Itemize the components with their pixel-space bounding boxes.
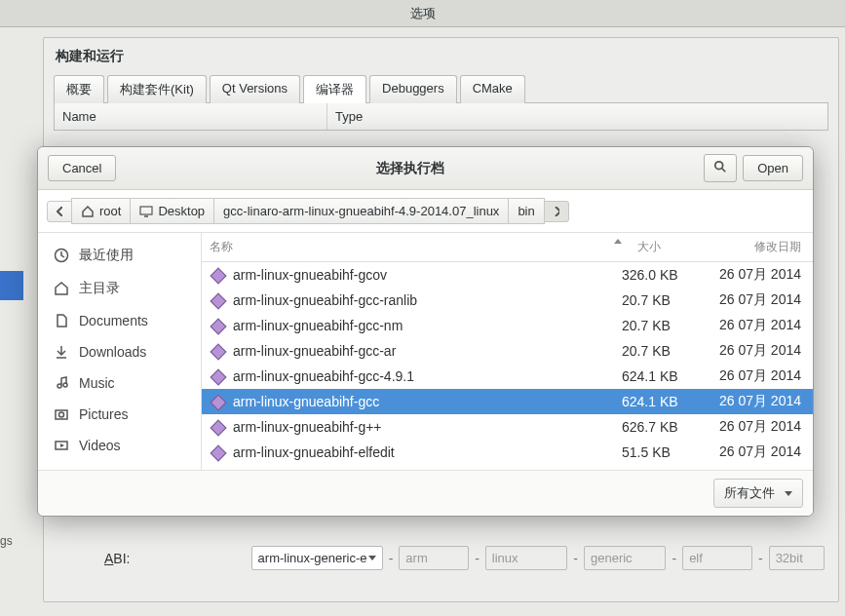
path-bin[interactable]: bin bbox=[508, 198, 544, 224]
file-size: 624.1 KB bbox=[622, 394, 700, 409]
file-date: 26 07月 2014 bbox=[700, 266, 805, 284]
path-forward[interactable] bbox=[544, 201, 569, 222]
chevron-right-icon bbox=[554, 207, 559, 216]
tab--kit-[interactable]: 构建套件(Kit) bbox=[107, 75, 207, 103]
photo-icon bbox=[54, 406, 69, 422]
file-name: arm-linux-gnueabihf-g++ bbox=[233, 419, 622, 435]
sidebar-item-label: Videos bbox=[79, 438, 121, 453]
search-icon bbox=[713, 160, 727, 173]
file-pane: 名称 大小 修改日期 arm-linux-gnueabihf-gcov326.0… bbox=[202, 233, 813, 470]
col-date-header[interactable]: 修改日期 bbox=[708, 233, 813, 261]
cancel-button[interactable]: Cancel bbox=[48, 155, 116, 181]
file-name: arm-linux-gnueabihf-elfedit bbox=[233, 444, 622, 460]
dialog-title: 选择执行档 bbox=[116, 160, 704, 177]
file-row[interactable]: arm-linux-gnueabihf-gcc624.1 KB26 07月 20… bbox=[202, 389, 813, 414]
file-size: 624.1 KB bbox=[622, 368, 700, 384]
sidebar-item-label: 主目录 bbox=[79, 280, 120, 297]
file-row[interactable]: arm-linux-gnueabihf-g++626.7 KB26 07月 20… bbox=[202, 414, 813, 440]
section-title: 构建和运行 bbox=[56, 48, 828, 65]
sidebar-item-clock[interactable]: 最近使用 bbox=[38, 239, 201, 272]
doc-icon bbox=[54, 313, 69, 328]
abi-flavor: generic bbox=[584, 546, 666, 570]
abi-label: ABI: bbox=[104, 551, 246, 566]
sep: - bbox=[389, 551, 394, 566]
home-icon bbox=[54, 281, 69, 296]
file-name: arm-linux-gnueabihf-gcc-ar bbox=[233, 343, 622, 359]
executable-icon bbox=[210, 318, 227, 333]
abi-arch: arm bbox=[399, 546, 469, 570]
video-icon bbox=[54, 438, 69, 453]
file-list[interactable]: arm-linux-gnueabihf-gcov326.0 KB26 07月 2… bbox=[202, 262, 813, 465]
dialog-footer: 所有文件 bbox=[38, 470, 813, 516]
tab-debuggers[interactable]: Debuggers bbox=[369, 75, 457, 103]
sep: - bbox=[672, 551, 676, 566]
file-date: 26 07月 2014 bbox=[700, 367, 805, 385]
file-size: 326.0 KB bbox=[622, 267, 700, 283]
path-back[interactable] bbox=[47, 201, 72, 222]
filetype-filter-combo[interactable]: 所有文件 bbox=[713, 479, 803, 508]
col-name-header[interactable]: 名称 bbox=[202, 233, 630, 261]
path-bar: root Desktop gcc-linaro-arm-linux-gnueab… bbox=[38, 190, 813, 233]
sidebar-item-music[interactable]: Music bbox=[38, 367, 201, 399]
compilers-table-header: Name Type bbox=[54, 102, 828, 131]
file-name: arm-linux-gnueabihf-gcc bbox=[233, 394, 622, 409]
path-desktop[interactable]: Desktop bbox=[130, 198, 214, 224]
file-row[interactable]: arm-linux-gnueabihf-elfedit51.5 KB26 07月… bbox=[202, 440, 813, 465]
file-date: 26 07月 2014 bbox=[700, 317, 805, 334]
sidebar-item-label: Music bbox=[79, 375, 115, 391]
chevron-down-icon bbox=[785, 491, 792, 496]
file-row[interactable]: arm-linux-gnueabihf-gcov326.0 KB26 07月 2… bbox=[202, 262, 813, 288]
executable-icon bbox=[210, 444, 227, 460]
file-size: 51.5 KB bbox=[622, 444, 700, 460]
executable-icon bbox=[210, 267, 227, 283]
file-date: 26 07月 2014 bbox=[700, 342, 805, 360]
options-tabbar: 概要构建套件(Kit)Qt Versions编译器DebuggersCMake bbox=[54, 75, 828, 103]
svg-line-1 bbox=[722, 169, 726, 173]
tab-cmake[interactable]: CMake bbox=[460, 75, 525, 103]
sort-asc-icon bbox=[614, 239, 622, 244]
executable-icon bbox=[210, 394, 227, 409]
file-dialog: Cancel 选择执行档 Open root Desktop gcc-linar… bbox=[37, 146, 814, 517]
sidebar-item-video[interactable]: Videos bbox=[38, 430, 201, 461]
home-icon bbox=[81, 206, 95, 217]
file-date: 26 07月 2014 bbox=[700, 418, 805, 436]
file-row[interactable]: arm-linux-gnueabihf-gcc-ranlib20.7 KB26 … bbox=[202, 288, 813, 313]
abi-combo[interactable]: arm-linux-generic-e bbox=[251, 546, 383, 570]
path-dir[interactable]: gcc-linaro-arm-linux-gnueabihf-4.9-2014.… bbox=[213, 198, 509, 224]
sidebar-item-doc[interactable]: Documents bbox=[38, 305, 201, 336]
file-size: 626.7 KB bbox=[622, 419, 700, 435]
svg-rect-2 bbox=[140, 207, 152, 214]
file-name: arm-linux-gnueabihf-gcc-4.9.1 bbox=[233, 368, 622, 384]
sep: - bbox=[758, 551, 763, 566]
open-button[interactable]: Open bbox=[743, 155, 803, 181]
tab-qt-versions[interactable]: Qt Versions bbox=[210, 75, 300, 103]
sidebar-item-down[interactable]: Downloads bbox=[38, 336, 201, 367]
svg-point-0 bbox=[715, 162, 723, 170]
sidebar-item-label: Documents bbox=[79, 313, 148, 328]
svg-point-5 bbox=[63, 383, 67, 387]
tab--[interactable]: 编译器 bbox=[303, 75, 366, 103]
file-name: arm-linux-gnueabihf-gcc-nm bbox=[233, 318, 622, 333]
file-row[interactable]: arm-linux-gnueabihf-gcc-nm20.7 KB26 07月 … bbox=[202, 313, 813, 338]
sidebar-item-photo[interactable]: Pictures bbox=[38, 399, 201, 430]
col-size-header[interactable]: 大小 bbox=[630, 233, 708, 261]
executable-icon bbox=[210, 419, 227, 435]
file-row[interactable]: arm-linux-gnueabihf-gcc-4.9.1624.1 KB26 … bbox=[202, 364, 813, 389]
col-name[interactable]: Name bbox=[55, 103, 327, 130]
file-size: 20.7 KB bbox=[622, 318, 700, 333]
places-sidebar: 最近使用主目录DocumentsDownloadsMusicPicturesVi… bbox=[38, 233, 202, 470]
svg-point-7 bbox=[59, 412, 64, 417]
tab--[interactable]: 概要 bbox=[54, 75, 104, 103]
sidebar-item-label: Downloads bbox=[79, 344, 146, 360]
down-icon bbox=[54, 344, 69, 360]
path-root[interactable]: root bbox=[71, 198, 131, 224]
file-row[interactable]: arm-linux-gnueabihf-gcc-ar20.7 KB26 07月 … bbox=[202, 338, 813, 364]
category-selection-accent bbox=[0, 271, 23, 300]
col-type[interactable]: Type bbox=[327, 103, 827, 130]
bg-window-title: 选项 bbox=[0, 0, 845, 27]
search-button[interactable] bbox=[704, 154, 737, 182]
music-icon bbox=[54, 375, 69, 391]
desktop-icon bbox=[139, 206, 153, 217]
sidebar-item-home[interactable]: 主目录 bbox=[38, 272, 201, 305]
file-name: arm-linux-gnueabihf-gcov bbox=[233, 267, 622, 283]
